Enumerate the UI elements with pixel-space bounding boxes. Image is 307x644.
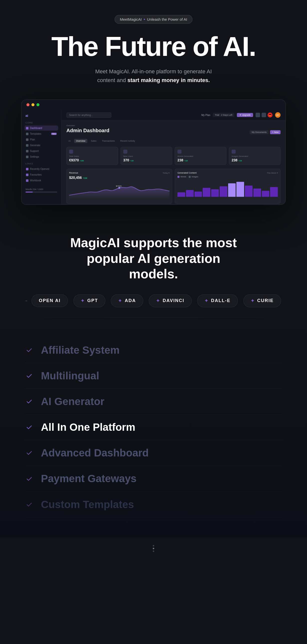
legend-words-label: Words xyxy=(180,176,186,178)
stat-change-images: +1M xyxy=(238,160,242,162)
sidebar-item-templates[interactable]: Templates New xyxy=(25,131,58,136)
tab-ai[interactable]: AI xyxy=(66,139,73,143)
usage-progress-fill xyxy=(26,192,33,192)
topbar-search[interactable]: Search for anything... xyxy=(66,112,111,118)
models-title-bold: MagicAI xyxy=(70,236,120,250)
stat-value-images: 238+1M xyxy=(232,158,278,162)
sidebar-item-support[interactable]: Support xyxy=(25,148,58,154)
sidebar-item-favourites[interactable]: Favourites xyxy=(25,172,58,177)
new-btn[interactable]: + New xyxy=(270,130,280,134)
dot-1 xyxy=(153,545,154,546)
bar-2 xyxy=(186,190,194,197)
sidebar-links-label: LINKS xyxy=(25,162,58,165)
bar-5 xyxy=(211,189,219,197)
bar-11 xyxy=(262,191,269,197)
my-documents-btn[interactable]: My Documents xyxy=(250,130,268,134)
stats-row: Total Sales €9370+288 New Users 370+1M W… xyxy=(66,147,280,165)
topbar-right: My Plan Trial · 2 Days Left ✦ Upgrade 🇩🇪… xyxy=(201,112,280,118)
model-diamond-davinci: ✦ xyxy=(156,298,160,304)
sidebar-item-generate[interactable]: Generate xyxy=(25,143,58,148)
support-icon xyxy=(26,150,29,152)
sidebar-usage: Words 234 / 1000 xyxy=(25,188,58,192)
feature-item-payment: Payment Gateways xyxy=(25,466,282,492)
chart-legend: Words Images xyxy=(177,176,278,178)
models-ticker: → OPEN AI ✦ GPT ✦ ADA ✦ DAVINCI ✦ DALL-E… xyxy=(0,294,307,307)
check-svg-multilingual xyxy=(26,372,33,379)
generated-bar-chart xyxy=(177,179,278,197)
sidebar-label-favourites: Favourites xyxy=(30,173,42,176)
revenue-line-chart: $7020 xyxy=(69,182,169,199)
models-title: MagicAI supports the most popular AI gen… xyxy=(66,235,241,282)
charts-row: Revenue Today ▾ $20,456+1M xyxy=(66,169,280,204)
dashboard-page-title: Admin Dashboard xyxy=(66,128,109,134)
check-svg-affiliate xyxy=(26,347,33,354)
check-multilingual xyxy=(25,372,34,380)
sidebar-logo: ai xyxy=(25,114,58,118)
sidebar-item-workbook[interactable]: Workbook xyxy=(25,178,58,183)
bar-9 xyxy=(245,186,253,197)
badge-dot xyxy=(144,19,145,20)
hero-subtitle-line1: Meet MagicAI. All-in-one platform to gen… xyxy=(95,68,212,74)
stat-icon-sales xyxy=(69,150,73,154)
stat-words: Words Generated 238+1M xyxy=(175,147,226,165)
sidebar-item-plan[interactable]: Plan xyxy=(25,137,58,142)
feature-text-payment: Payment Gateways xyxy=(41,473,137,484)
model-label-gpt: GPT xyxy=(87,298,98,303)
check-affiliate xyxy=(25,346,34,354)
overview-label: Overview xyxy=(66,124,280,127)
usage-value: 234 / 1000 xyxy=(33,188,43,190)
stat-value-words: 238+1M xyxy=(177,158,224,162)
check-templates xyxy=(25,500,34,509)
tab-sales[interactable]: Sales xyxy=(89,139,99,143)
dashboard-content: Overview Admin Dashboard My Documents + … xyxy=(61,120,285,204)
dashboard-frame: ai CORE Dashboard Templates New Plan xyxy=(21,100,286,205)
bar-6 xyxy=(220,186,227,197)
generated-chart-filter: This Week ▾ xyxy=(267,172,278,174)
generated-chart-header: Generated Content This Week ▾ xyxy=(177,172,278,174)
legend-images: Images xyxy=(189,176,198,178)
topbar-my-plan[interactable]: My Plan xyxy=(201,114,210,116)
traffic-light-yellow xyxy=(32,103,35,106)
sidebar-core-label: CORE xyxy=(25,122,58,124)
bar-4 xyxy=(203,188,210,197)
check-svg-templates xyxy=(26,501,33,508)
dashboard-body: ai CORE Dashboard Templates New Plan xyxy=(22,110,285,204)
tab-recent-activity[interactable]: Recent Activity xyxy=(118,139,137,143)
feature-item-allinone: All In One Platform xyxy=(25,414,282,440)
model-diamond-curie: ✦ xyxy=(251,298,255,304)
stat-label-users: New Users xyxy=(123,155,169,158)
stat-change-words: +1M xyxy=(184,160,188,162)
feature-text-affiliate: Affiliate System xyxy=(41,344,120,356)
bar-7 xyxy=(228,183,236,197)
feature-item-aigenerator: AI Generator xyxy=(25,389,282,414)
tab-transactions[interactable]: Transactions xyxy=(100,139,117,143)
feature-item-dashboard: Advanced Dashboard xyxy=(25,440,282,466)
sidebar-item-settings[interactable]: Settings xyxy=(25,154,58,160)
check-svg-dashboard xyxy=(26,450,33,456)
generated-chart-title: Generated Content xyxy=(177,172,197,174)
stat-label-images: Images Generated xyxy=(232,155,278,158)
dot-3 xyxy=(153,550,154,552)
model-chip-dalle: ✦ DALL-E xyxy=(197,294,238,307)
feature-text-multilingual: Multilingual xyxy=(41,370,99,382)
hero-title: The Future of AI. xyxy=(51,33,256,60)
features-list: Affiliate System Multilingual AI Generat… xyxy=(25,338,282,518)
feature-text-templates: Custom Templates xyxy=(41,499,134,510)
topbar-upgrade[interactable]: ✦ Upgrade xyxy=(237,113,253,117)
stat-icon-users xyxy=(123,150,127,154)
templates-badge-new: New xyxy=(51,133,57,135)
sidebar-item-recent[interactable]: Recently Opened xyxy=(25,166,58,172)
tab-overview[interactable]: Overview xyxy=(74,139,88,143)
topbar-icon-2 xyxy=(261,113,266,117)
features-section: Affiliate System Multilingual AI Generat… xyxy=(0,318,307,538)
revenue-chart-card: Revenue Today ▾ $20,456+1M xyxy=(66,169,172,204)
sidebar-label-settings: Settings xyxy=(30,156,39,158)
hero-badge: MeetMagicAI Unleash the Power of AI xyxy=(115,15,192,24)
check-aigenerator xyxy=(25,397,34,406)
dashboard-topbar: Search for anything... My Plan Trial · 2… xyxy=(61,110,285,120)
recent-icon xyxy=(26,168,29,170)
traffic-light-green xyxy=(37,103,40,106)
hero-section: MeetMagicAI Unleash the Power of AI The … xyxy=(0,0,307,94)
usage-label: Words 234 / 1000 xyxy=(26,188,57,190)
sidebar-item-dashboard[interactable]: Dashboard xyxy=(25,126,58,131)
